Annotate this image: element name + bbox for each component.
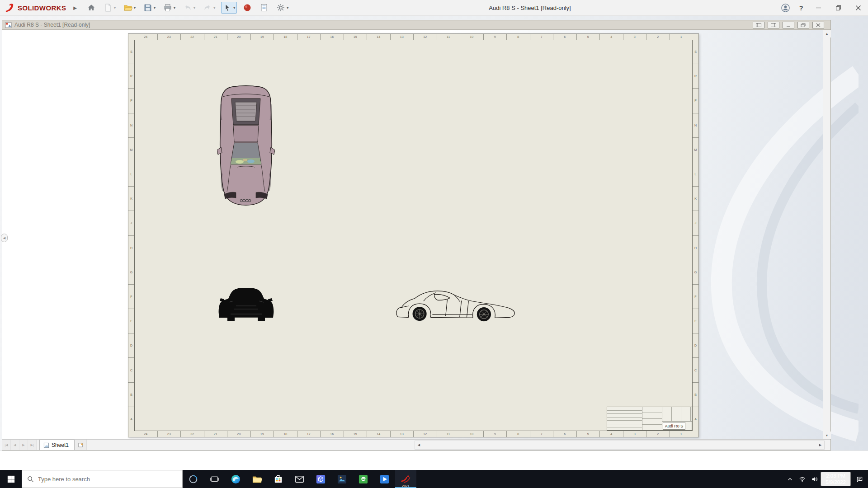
right-zone-label: L <box>693 162 698 187</box>
taskbar-edge-icon[interactable] <box>225 470 246 488</box>
network-icon[interactable] <box>796 470 808 488</box>
taskbar-cortana-icon[interactable] <box>183 470 204 488</box>
top-zone-label: 13 <box>391 34 414 40</box>
dropdown-caret-icon[interactable]: ▾ <box>174 6 175 10</box>
redo-icon <box>203 3 212 12</box>
toolbar-new-document-button[interactable]: ▾ <box>102 2 118 14</box>
bottom-zone-label: 9 <box>484 431 507 437</box>
right-zone-label: C <box>693 358 698 382</box>
minimize-button[interactable] <box>808 0 828 16</box>
doc-restore-button[interactable] <box>797 22 809 28</box>
toolbar-open-button[interactable]: ▾ <box>122 2 137 14</box>
left-zone-label: K <box>128 187 134 211</box>
solidworks-brand: SOLIDWORKS <box>0 3 66 13</box>
top-zone-label: 17 <box>297 34 321 40</box>
taskbar-edrawings-icon[interactable] <box>353 470 374 488</box>
left-zone-label: C <box>128 358 134 382</box>
next-sheet-button[interactable]: ▶ <box>19 440 28 450</box>
toolbar-xpress-products-button[interactable] <box>241 2 254 14</box>
toolbar-home-button[interactable] <box>85 2 98 14</box>
zone-strip-bottom: 242322212019181716151413121110987654321 <box>134 431 693 437</box>
search-input[interactable] <box>38 476 177 483</box>
bottom-zone-label: 5 <box>577 431 600 437</box>
pane-left-icon[interactable] <box>753 22 764 28</box>
start-button[interactable] <box>0 470 22 488</box>
taskbar-clock[interactable]: 2:03 PM 5/9/2022 <box>821 472 851 487</box>
right-zone-label: P <box>693 89 698 113</box>
menu-expand-arrow-icon[interactable]: ▶ <box>73 5 77 10</box>
previous-sheet-button[interactable]: ◀ <box>11 440 19 450</box>
doc-close-button[interactable] <box>812 22 824 28</box>
document-title: Audi R8 S - Sheet1 [Read-only] <box>14 22 90 28</box>
featuremanager-flyout-arrow[interactable]: ◀ <box>1 234 8 242</box>
bottom-zone-label: 7 <box>530 431 554 437</box>
left-zone-label: D <box>128 333 134 358</box>
first-sheet-button[interactable]: |◀ <box>2 440 11 450</box>
bottom-zone-label: 15 <box>344 431 368 437</box>
close-button[interactable] <box>848 0 868 16</box>
top-zone-label: 4 <box>600 34 623 40</box>
volume-icon[interactable] <box>808 470 821 488</box>
dropdown-caret-icon[interactable]: ▾ <box>287 6 288 10</box>
action-center-icon[interactable] <box>851 470 868 488</box>
taskbar-store-icon[interactable] <box>268 470 289 488</box>
file-properties-icon <box>259 3 269 12</box>
dropdown-caret-icon[interactable]: ▾ <box>193 6 195 10</box>
solidworks-desktop: SOLIDWORKS ▶ ▾▾▾▾▾▾▾▾ Audi R8 S - Sheet1… <box>0 0 868 488</box>
vertical-scrollbar[interactable]: ▲ ▼ <box>823 30 830 439</box>
last-sheet-button[interactable]: ▶| <box>28 440 37 450</box>
toolbar-options-button[interactable]: ▾ <box>274 2 290 14</box>
taskbar-search[interactable] <box>22 470 183 488</box>
right-zone-label: J <box>693 211 698 235</box>
drawing-view-top[interactable] <box>217 85 275 207</box>
drawing-view-side[interactable] <box>394 289 519 324</box>
scroll-left-arrow-icon[interactable]: ◀ <box>415 441 423 449</box>
pane-right-icon[interactable] <box>768 22 779 28</box>
taskbar-media-player-icon[interactable] <box>374 470 395 488</box>
taskbar-solidworks-icon[interactable]: 2021 <box>395 470 416 488</box>
hidden-icons-chevron-icon[interactable] <box>784 470 796 488</box>
taskbar-photos-icon[interactable] <box>331 470 353 488</box>
toolbar-undo-button[interactable]: ▾ <box>181 2 197 14</box>
top-zone-label: 24 <box>134 34 158 40</box>
taskbar-file-explorer-icon[interactable] <box>246 470 268 488</box>
bottom-zone-label: 20 <box>227 431 251 437</box>
bottom-zone-label: 19 <box>251 431 274 437</box>
bottom-zone-label: 23 <box>158 431 181 437</box>
right-zone-label: N <box>693 113 698 138</box>
taskbar-mail-icon[interactable] <box>289 470 310 488</box>
bottom-zone-label: 4 <box>600 431 623 437</box>
left-zone-label: N <box>128 113 134 138</box>
horizontal-scrollbar-track[interactable] <box>423 441 816 449</box>
toolbar-select-button[interactable]: ▾ <box>221 2 237 14</box>
bottom-zone-label: 1 <box>670 431 693 437</box>
top-zone-label: 20 <box>227 34 251 40</box>
windows-taskbar: 2021 2:03 PM 5/9/2022 <box>0 470 868 488</box>
help-icon[interactable]: ? <box>794 0 808 16</box>
tab-sheet1[interactable]: Sheet1 <box>39 440 75 450</box>
dropdown-caret-icon[interactable]: ▾ <box>154 6 156 10</box>
window-controls: ? <box>777 0 868 16</box>
toolbar-redo-button[interactable]: ▾ <box>201 2 217 14</box>
title-block-small-cell <box>686 422 692 430</box>
drawing-viewport[interactable]: 242322212019181716151413121110987654321 … <box>2 30 823 439</box>
add-sheet-button[interactable] <box>75 440 87 450</box>
restore-button[interactable] <box>828 0 848 16</box>
account-icon[interactable] <box>777 0 794 16</box>
horizontal-scrollbar[interactable]: ◀ ▶ <box>415 441 825 450</box>
dropdown-caret-icon[interactable]: ▾ <box>134 6 136 10</box>
taskbar-task-view-icon[interactable] <box>204 470 225 488</box>
scroll-up-arrow-icon[interactable]: ▲ <box>823 30 831 38</box>
toolbar-save-button[interactable]: ▾ <box>142 2 157 14</box>
scroll-right-arrow-icon[interactable]: ▶ <box>816 441 824 449</box>
toolbar-print-button[interactable]: ▾ <box>161 2 177 14</box>
dropdown-caret-icon[interactable]: ▾ <box>213 6 215 10</box>
scroll-down-arrow-icon[interactable]: ▼ <box>823 432 831 439</box>
drawing-view-front[interactable] <box>218 286 274 324</box>
doc-minimize-button[interactable] <box>783 22 794 28</box>
dropdown-caret-icon[interactable]: ▾ <box>114 6 116 10</box>
dropdown-caret-icon[interactable]: ▾ <box>233 6 235 10</box>
toolbar-file-properties-button[interactable] <box>258 2 270 14</box>
right-zone-label: S <box>693 40 698 64</box>
taskbar-3d-viewer-icon[interactable] <box>310 470 331 488</box>
